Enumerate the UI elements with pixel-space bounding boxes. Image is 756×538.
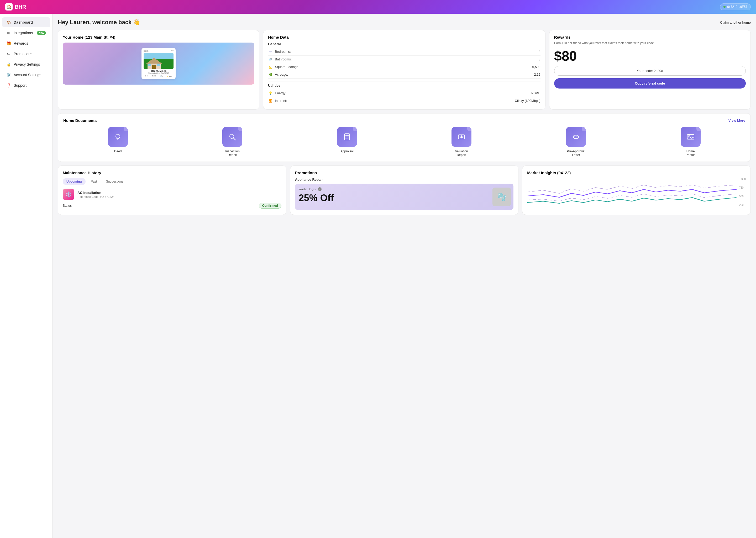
svg-rect-4 (157, 64, 161, 66)
market-title: Market Insights (94122) (527, 171, 746, 175)
photos-icon (681, 127, 701, 147)
copy-referral-button[interactable]: Copy referral code (554, 78, 746, 88)
promo-badge-label: Washer/Dryer (299, 188, 316, 191)
rewards-desc: Earn $10 per friend who you refer that c… (554, 41, 746, 45)
svg-line-7 (233, 138, 235, 140)
page-header: Hey Lauren, welcome back 👋 Claim another… (58, 19, 751, 26)
wifi-icon: 📶 (268, 98, 273, 103)
bathrooms-row: 🚿 Bathrooms: 3 (268, 56, 541, 63)
chart-y-labels: 1,000 750 500 250 (739, 178, 746, 206)
maintenance-info: AC Installation Reference Code: #D-57122… (77, 191, 281, 198)
referral-code-box: Your code: 2k29a (554, 66, 746, 76)
sidebar-label-account: Account Settings (14, 73, 41, 77)
sidebar-label-privacy: Privacy Settings (14, 62, 40, 67)
view-more-link[interactable]: View More (729, 119, 745, 123)
valuation-icon (451, 127, 471, 147)
sidebar-label-promotions: Promotions (14, 52, 32, 56)
doc-photos[interactable]: HomePhotos (681, 127, 701, 157)
promo-info-icon: i (318, 187, 321, 191)
utilities-label: Utilities (268, 83, 541, 87)
sidebar-item-rewards[interactable]: 🎁 Rewards (2, 38, 50, 48)
sidebar-item-dashboard[interactable]: 🏠 Dashboard (2, 17, 50, 27)
sidebar-item-promotions[interactable]: 🏷 Promotions (2, 49, 50, 59)
maintenance-card: Maintenance History Upcoming Past Sugges… (58, 166, 286, 215)
sqft-value: 5,500 (532, 65, 540, 69)
maintenance-name: AC Installation (77, 191, 281, 195)
wallet-badge[interactable]: 0x7212...9F57 (720, 3, 751, 10)
inspection-label: InspectionReport (225, 149, 240, 157)
tab-suggestions[interactable]: Suggestions (102, 178, 127, 185)
photos-label: HomePhotos (685, 149, 695, 157)
promo-badge-row: Washer/Dryer i (299, 187, 510, 191)
your-home-card: Your Home (123 Main St. #4) B H RH P T (58, 30, 260, 110)
logo-icon: 🏠 (5, 3, 13, 11)
home-data-title: Home Data (268, 35, 541, 39)
svg-rect-2 (152, 65, 156, 69)
sidebar-item-support[interactable]: ❓ Support (2, 81, 50, 90)
doc-inspection[interactable]: InspectionReport (222, 127, 242, 157)
svg-point-5 (116, 134, 120, 138)
home-documents-card: Home Documents View More Deed (58, 113, 751, 162)
bathrooms-label: Bathrooms: (275, 58, 292, 61)
y-label-750: 750 (739, 186, 746, 189)
internet-label: Internet: (275, 99, 287, 103)
sidebar-label-rewards: Rewards (14, 41, 28, 45)
home-icon: 🏠 (6, 20, 11, 25)
tab-upcoming[interactable]: Upcoming (63, 178, 86, 185)
svg-marker-1 (146, 58, 162, 64)
bedrooms-row: 🛏 Bedrooms: 4 (268, 48, 541, 56)
page-title: Hey Lauren, welcome back 👋 (58, 19, 140, 26)
energy-value: PG&E (531, 91, 541, 95)
appraisal-icon (337, 127, 357, 147)
deed-label: Deed (114, 149, 122, 153)
doc-deed[interactable]: Deed (108, 127, 128, 157)
home-data-card: Home Data General 🛏 Bedrooms: 4 🚿 Bathro… (263, 30, 545, 110)
bath-icon: 🚿 (268, 57, 273, 62)
docs-title: Home Documents (63, 118, 97, 123)
claim-home-link[interactable]: Claim another home (720, 21, 751, 25)
market-insights-card: Market Insights (94122) 1,000 (522, 166, 751, 215)
home-image-wrapper: B H RH P T 9012 Main St #3 (63, 42, 254, 84)
internet-row: 📶 Internet: Xfinity (600Mbps) (268, 97, 541, 105)
y-label-1000: 1,000 (739, 178, 746, 181)
doc-preapproval[interactable]: Pre-ApprovalLetter (566, 127, 586, 157)
home-card-title: Your Home (123 Main St. #4) (63, 35, 254, 39)
land-icon: 🌿 (268, 72, 273, 77)
bathrooms-value: 3 (539, 58, 541, 61)
rewards-title: Rewards (554, 35, 746, 39)
status-label: Status (63, 204, 72, 207)
internet-value: Xfinity (600Mbps) (515, 99, 540, 103)
doc-appraisal[interactable]: Appraisal (337, 127, 357, 157)
home-stats: 🛏 53,600🚿 4📐 148 (144, 75, 173, 77)
logo: 🏠 BHR (5, 3, 26, 11)
rewards-card: Rewards Earn $10 per friend who you refe… (549, 30, 751, 110)
app-header: 🏠 BHR 0x7212...9F57 (0, 0, 756, 14)
svg-rect-3 (148, 64, 151, 66)
rewards-amount: $80 (554, 48, 746, 64)
promotions-card: Promotions Appliance Repair Washer/Dryer… (290, 166, 519, 215)
market-chart: 1,000 750 500 250 (527, 178, 746, 206)
maintenance-status-row: Status Confirmed (63, 203, 281, 209)
bedrooms-label: Bedrooms: (275, 50, 291, 54)
grid-icon: ⊞ (6, 30, 11, 35)
sidebar-label-integrations: Integrations (14, 31, 33, 35)
sidebar-item-account[interactable]: ⚙️ Account Settings (2, 70, 50, 80)
energy-icon: 💡 (268, 91, 273, 96)
energy-row: 💡 Energy: PG&E (268, 89, 541, 97)
promo-washer-image: 🫧 (493, 188, 511, 206)
energy-label: Energy: (275, 91, 286, 95)
promo-discount: 25% Off (299, 192, 510, 204)
sidebar-item-integrations[interactable]: ⊞ Integrations New (2, 28, 50, 38)
new-badge: New (37, 31, 46, 35)
preapproval-label: Pre-ApprovalLetter (567, 149, 585, 157)
doc-valuation[interactable]: ValuationReport (451, 127, 471, 157)
sidebar-item-privacy[interactable]: 🔒 Privacy Settings (2, 59, 50, 69)
home-card-header-text: B H RH P T (144, 50, 173, 52)
maintenance-tabs: Upcoming Past Suggestions (63, 178, 281, 185)
sqft-row: 📐 Square Footage: 5,500 (268, 63, 541, 71)
gift-icon: 🎁 (6, 41, 11, 46)
promotions-image-wrap: Washer/Dryer i 25% Off 🫧 (295, 184, 514, 210)
tab-past[interactable]: Past (87, 178, 101, 185)
status-badge: Confirmed (259, 203, 281, 209)
inspection-icon (222, 127, 242, 147)
